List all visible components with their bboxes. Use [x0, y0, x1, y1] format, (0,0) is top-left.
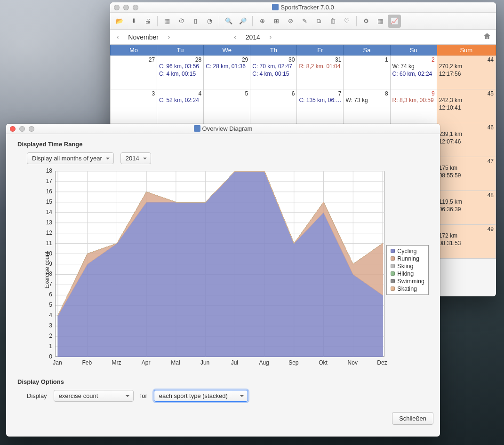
main-window-title: SportsTracker 7.0.0	[110, 4, 496, 11]
time-range-label: Displayed Time Range	[17, 141, 429, 148]
y-tick: 18	[40, 167, 52, 174]
y-tick: 8	[40, 270, 52, 277]
y-tick: 14	[40, 209, 52, 215]
calendar-cell[interactable]: 31R: 8,2 km, 01:04	[297, 56, 344, 89]
y-tick: 6	[40, 291, 52, 298]
x-tick: Apr	[142, 359, 151, 366]
y-tick: 0	[40, 353, 52, 360]
x-tick: Dez	[377, 359, 387, 366]
calendar-icon[interactable]: ▦	[160, 15, 174, 28]
gear-icon[interactable]: ⚙	[360, 15, 373, 28]
calendar-header-tu: Tu	[157, 45, 204, 56]
close-traffic-icon[interactable]	[114, 5, 120, 10]
add-page-icon[interactable]: ⊞	[270, 15, 283, 28]
add-other-icon[interactable]: ⊘	[284, 15, 297, 28]
folder-open-icon[interactable]: 📂	[113, 15, 126, 28]
calendar-header-mo: Mo	[111, 45, 157, 56]
display-options-label: Display Options	[17, 378, 429, 385]
calendar-header-we: We	[204, 45, 250, 56]
close-traffic-icon[interactable]	[10, 126, 16, 132]
x-tick: Feb	[82, 359, 92, 366]
calendar-header-sum: Sum	[437, 45, 496, 56]
display-word: Display	[27, 392, 47, 399]
year-label: 2014	[246, 33, 260, 41]
stopwatch-icon[interactable]: ⏱	[175, 15, 188, 28]
page-icon[interactable]: ▯	[189, 15, 202, 28]
calendar-cell[interactable]: 3	[111, 89, 157, 123]
delete-icon[interactable]: 🗑	[326, 15, 339, 28]
y-tick: 10	[40, 250, 52, 257]
x-tick: Mrz	[112, 359, 121, 366]
calendar-cell[interactable]: 29C: 28 km, 01:36	[204, 56, 250, 89]
legend-item: Hiking	[391, 270, 424, 278]
edit-icon[interactable]: ✎	[298, 15, 311, 28]
minimize-traffic-icon[interactable]	[123, 5, 129, 10]
calendar-header-fr: Fr	[297, 45, 344, 56]
heart-icon[interactable]: ♡	[340, 15, 353, 28]
calendar-cell[interactable]: 27	[111, 56, 157, 89]
zoom-traffic-icon[interactable]	[133, 5, 138, 10]
x-tick: Okt	[319, 359, 328, 366]
copy-icon[interactable]: ⧉	[312, 15, 325, 28]
calendar-cell[interactable]: 9R: 8,3 km, 00:59	[390, 89, 437, 123]
time-range-combo[interactable]: Display all months of year	[27, 152, 114, 164]
legend-item: Swimming	[391, 278, 424, 285]
chart-icon[interactable]: 📈	[388, 15, 401, 28]
x-tick: Jun	[200, 359, 209, 366]
calendar-cell[interactable]: 7C: 135 km, 06:…	[297, 89, 344, 123]
year-combo[interactable]: 2014	[120, 152, 151, 164]
overview-title: Overview Diagram	[6, 125, 440, 132]
prev-year-button[interactable]: ‹	[232, 32, 238, 42]
y-tick: 3	[40, 322, 52, 329]
prev-month-button[interactable]: ‹	[115, 32, 120, 42]
display-for-combo[interactable]: each sport type (stacked)	[154, 390, 248, 402]
x-tick: Aug	[259, 359, 269, 366]
print-icon[interactable]: 🖨	[141, 15, 154, 28]
home-icon[interactable]	[483, 32, 491, 42]
minimize-traffic-icon[interactable]	[19, 126, 25, 132]
navbar: ‹ November › ‹ 2014 ›	[110, 30, 496, 45]
display-value-combo[interactable]: exercise count	[54, 390, 134, 402]
calendar-cell[interactable]: 6	[250, 89, 297, 123]
overview-titlebar[interactable]: Overview Diagram	[6, 124, 440, 134]
chart-box: Exercise count 0123456789101112131415161…	[32, 170, 381, 370]
calendar-sum-cell: 45242,3 km12:10:41	[437, 89, 496, 123]
calendar-cell[interactable]: 1	[344, 56, 390, 89]
y-tick: 5	[40, 302, 52, 308]
x-tick: Nov	[348, 359, 358, 366]
zoom-out-icon[interactable]: 🔎	[236, 15, 249, 28]
legend-item: Skating	[391, 285, 424, 293]
y-tick: 13	[40, 219, 52, 226]
grid-icon[interactable]: ▦	[374, 15, 387, 28]
legend-item: Running	[391, 255, 424, 262]
next-month-button[interactable]: ›	[166, 32, 172, 42]
calendar-cell[interactable]: 30C: 70 km, 02:47C: 4 km, 00:15	[250, 56, 297, 89]
close-button[interactable]: Schließen	[392, 412, 433, 425]
toolbar: 📂⬇🖨▦⏱▯◔🔍🔎⊕⊞⊘✎⧉🗑♡⚙▦📈	[110, 13, 496, 30]
main-titlebar[interactable]: SportsTracker 7.0.0	[110, 2, 496, 13]
calendar-cell[interactable]: 5	[204, 89, 250, 123]
y-tick: 17	[40, 178, 52, 184]
zoom-in-icon[interactable]: 🔍	[222, 15, 235, 28]
progress-icon[interactable]: ◔	[203, 15, 216, 28]
calendar-cell[interactable]: 8W: 73 kg	[344, 89, 390, 123]
calendar-sum-cell: 48119,5 km06:36:39	[437, 191, 496, 225]
y-tick: 7	[40, 281, 52, 287]
y-tick: 11	[40, 240, 52, 246]
y-tick: 4	[40, 312, 52, 318]
y-tick: 1	[40, 343, 52, 350]
calendar-sum-cell: 49172 km08:31:53	[437, 225, 496, 259]
calendar-cell[interactable]: 4C: 52 km, 02:24	[157, 89, 204, 123]
y-tick: 16	[40, 188, 52, 195]
download-icon[interactable]: ⬇	[127, 15, 140, 28]
add-ball-icon[interactable]: ⊕	[256, 15, 269, 28]
zoom-traffic-icon[interactable]	[29, 126, 34, 132]
calendar-cell[interactable]: 28C: 96 km, 03:56C: 4 km, 00:15	[157, 56, 204, 89]
calendar-cell[interactable]: 2W: 74 kgC: 60 km, 02:24	[390, 56, 437, 89]
legend-item: Cycling	[391, 247, 424, 255]
legend-item: Skiing	[391, 262, 424, 270]
app-icon	[194, 125, 200, 132]
y-tick: 2	[40, 333, 52, 339]
next-year-button[interactable]: ›	[268, 32, 273, 42]
y-tick: 9	[40, 261, 52, 267]
